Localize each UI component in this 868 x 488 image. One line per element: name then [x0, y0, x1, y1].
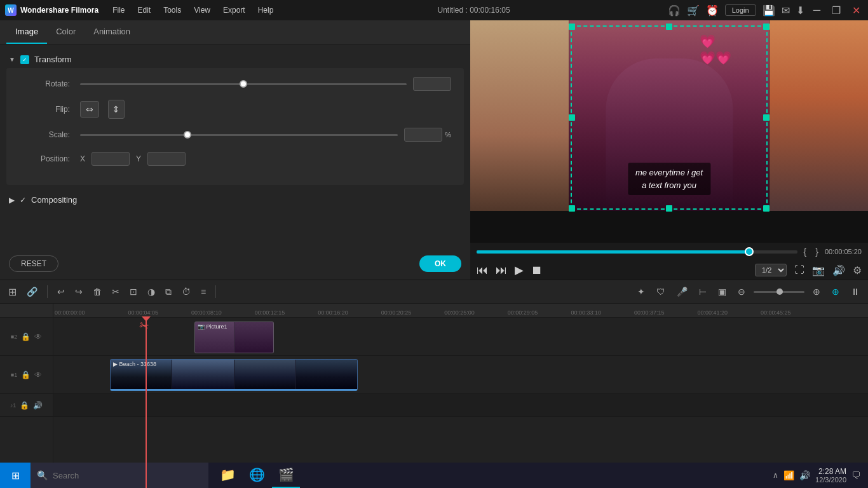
menu-file[interactable]: File [106, 0, 131, 20]
frame-back-button[interactable]: ⏭ [496, 264, 507, 277]
taskbar-volume-icon[interactable]: 🔊 [799, 470, 810, 480]
speed-tool[interactable]: ≡ [198, 285, 209, 299]
start-button[interactable]: ⊞ [0, 463, 31, 488]
login-button[interactable]: Login [725, 4, 756, 16]
fullscreen-icon[interactable]: ⛶ [794, 264, 804, 276]
position-x-input[interactable]: 0.0 [92, 152, 130, 166]
delete-button[interactable]: 🗑 [90, 285, 105, 299]
track2-eye-icon[interactable]: 👁 [34, 332, 42, 341]
handle-bottom-mid[interactable] [666, 205, 672, 212]
scale-input[interactable]: 100.00 [404, 128, 442, 142]
track2-lock-icon[interactable]: 🔒 [21, 332, 31, 341]
taskbar-chrome[interactable]: 🌐 [243, 463, 271, 488]
chrome-icon: 🌐 [249, 467, 265, 482]
close-button[interactable]: ✕ [850, 4, 863, 17]
playback-controls: ⏮ ⏭ ▶ ⏹ 1/2 ⛶ 📷 🔊 ⚙ [470, 261, 868, 280]
handle-top-right[interactable] [763, 24, 770, 30]
reset-button[interactable]: RESET [9, 255, 58, 272]
add-marker-icon[interactable]: ⊕ [829, 285, 843, 299]
redo-button[interactable]: ↪ [72, 285, 86, 299]
zoom-slider[interactable] [754, 291, 804, 293]
tab-image[interactable]: Image [6, 20, 47, 44]
handle-top-left[interactable] [569, 24, 575, 30]
menu-edit[interactable]: Edit [131, 0, 157, 20]
copy-tool[interactable]: ⧉ [162, 285, 175, 299]
zoom-out-icon[interactable]: ⊖ [735, 285, 749, 299]
freeze-frame[interactable]: ⏱ [179, 285, 194, 299]
timeline-link[interactable]: 🔗 [24, 285, 41, 299]
timeline-add-track[interactable]: ⊞ [5, 284, 20, 300]
captions-icon[interactable]: ▣ [715, 285, 729, 299]
screenshot-icon[interactable]: 📷 [812, 264, 825, 276]
search-input[interactable] [53, 471, 202, 480]
scale-slider[interactable] [80, 134, 398, 136]
tab-color[interactable]: Color [47, 20, 85, 44]
download-icon[interactable]: ⬇ [796, 4, 804, 17]
save-icon[interactable]: 💾 [763, 4, 775, 17]
minimize-button[interactable]: ─ [811, 4, 823, 16]
transform-section-header[interactable]: ▼ ✓ Transform [0, 51, 470, 68]
play-button[interactable]: ▶ [515, 263, 524, 277]
mic-icon[interactable]: 🎤 [674, 285, 691, 299]
track2-row: 📷 Picture1 [53, 318, 868, 356]
mask-tool[interactable]: ◑ [144, 285, 158, 299]
transform-collapse-arrow: ▼ [9, 56, 15, 63]
protect-icon[interactable]: 🛡 [653, 285, 668, 299]
chevron-up-icon[interactable]: ∧ [773, 471, 778, 480]
cart-icon[interactable]: 🛒 [687, 4, 700, 17]
speed-select[interactable]: 1/2 [755, 264, 787, 276]
restore-button[interactable]: ❐ [829, 4, 843, 17]
tab-bar: Image Color Animation [0, 20, 470, 44]
scale-label: Scale: [19, 130, 70, 139]
timeline-ruler: 00:00:00:00 00:00:04:05 00:00:08:10 00:0… [53, 304, 868, 318]
volume-icon[interactable]: 🔊 [832, 264, 845, 276]
clock-icon[interactable]: ⏰ [706, 4, 719, 17]
freeze-icon[interactable]: ⏸ [848, 285, 863, 299]
compositing-section-header[interactable]: ▶ ✓ Compositing [0, 191, 470, 208]
flip-vertical-button[interactable]: ⇔ [108, 100, 125, 119]
compositing-title: Compositing [31, 195, 77, 205]
compositing-enable-checkbox[interactable]: ✓ [20, 196, 26, 205]
handle-mid-left[interactable] [569, 114, 575, 121]
settings-icon[interactable]: ⚙ [853, 264, 862, 276]
audio-volume-icon[interactable]: 🔊 [33, 401, 43, 410]
taskbar-file-explorer[interactable]: 📁 [214, 463, 241, 488]
search-bar[interactable]: 🔍 [31, 463, 208, 488]
stop-button[interactable]: ⏹ [531, 264, 543, 277]
handle-bottom-left[interactable] [569, 205, 575, 212]
step-back-button[interactable]: ⏮ [477, 264, 488, 277]
position-y-input[interactable]: 0.0 [147, 152, 186, 166]
taskbar-network-icon[interactable]: 📶 [783, 470, 794, 480]
zoom-in-icon[interactable]: ⊕ [810, 285, 824, 299]
flip-horizontal-button[interactable]: ⇔ [80, 101, 99, 118]
playback-thumb[interactable] [745, 247, 754, 256]
effects-icon[interactable]: ✦ [634, 285, 648, 299]
rotate-input[interactable]: 0.00 [413, 77, 451, 91]
track1-lock-icon[interactable]: 🔒 [21, 370, 31, 379]
handle-mid-right[interactable] [763, 114, 770, 121]
mail-icon[interactable]: ✉ [782, 4, 790, 17]
crop-tool[interactable]: ⊡ [126, 285, 140, 299]
ok-button[interactable]: OK [419, 255, 461, 272]
handle-bottom-right[interactable] [763, 205, 770, 212]
cut-tool[interactable]: ✂ [109, 285, 123, 299]
taskbar-filmora[interactable]: 🎬 [272, 463, 300, 488]
headphones-icon[interactable]: 🎧 [668, 4, 681, 17]
menu-view[interactable]: View [187, 0, 217, 20]
split-icon[interactable]: ⊢ [696, 285, 710, 299]
audio-lock-icon[interactable]: 🔒 [20, 401, 29, 410]
track1-eye-icon[interactable]: 👁 [34, 370, 42, 379]
menu-help[interactable]: Help [252, 0, 280, 20]
transform-enable-checkbox[interactable]: ✓ [20, 55, 29, 64]
notification-icon[interactable]: 🗨 [851, 470, 860, 480]
tab-animation[interactable]: Animation [85, 20, 139, 44]
picture1-clip[interactable]: 📷 Picture1 [194, 322, 274, 353]
menu-export[interactable]: Export [217, 0, 252, 20]
rotate-slider[interactable] [80, 83, 407, 85]
toolbar-separator-2 [215, 285, 216, 298]
playback-slider[interactable] [477, 250, 797, 254]
handle-top-mid[interactable] [666, 24, 672, 30]
menu-tools[interactable]: Tools [157, 0, 187, 20]
beach-clip[interactable]: ▶ Beach - 31638 [110, 359, 358, 391]
undo-button[interactable]: ↩ [54, 285, 68, 299]
